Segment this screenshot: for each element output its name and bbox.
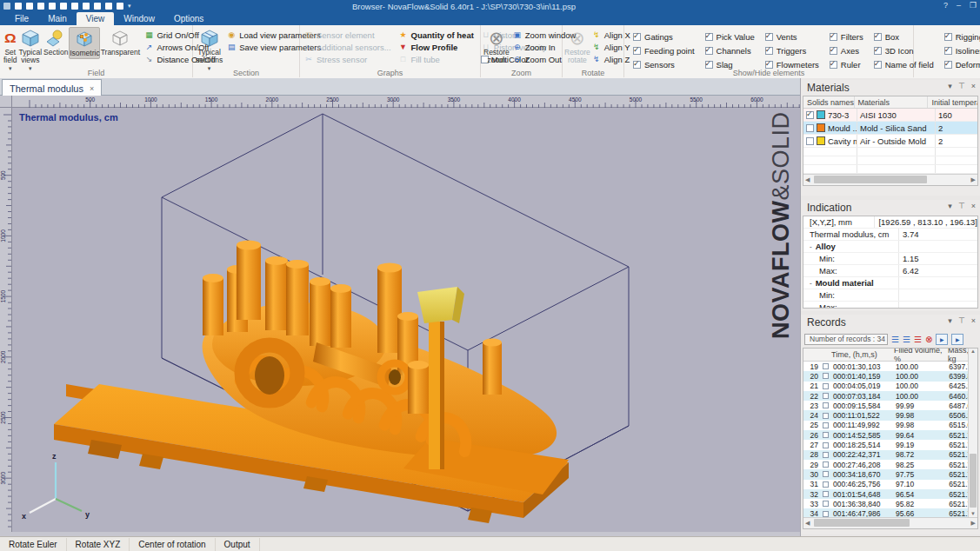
close-icon[interactable]: ×: [971, 202, 976, 210]
status-center-of-rotation[interactable]: Center of rotation: [130, 538, 215, 551]
scroll-left-icon[interactable]: ◀: [805, 520, 810, 527]
record-checkbox[interactable]: [823, 432, 829, 438]
status-output[interactable]: Output: [216, 538, 260, 551]
record-row[interactable]: 26000:14:52,58599.646521.79: [803, 430, 977, 440]
show-hide-checkbox[interactable]: Triggers: [765, 44, 819, 57]
menu-tab-file[interactable]: File: [5, 12, 38, 25]
scroll-right-icon[interactable]: ▶: [971, 176, 976, 183]
record-checkbox[interactable]: [823, 471, 829, 477]
play-to-end-icon[interactable]: ▶: [951, 334, 963, 345]
record-checkbox[interactable]: [823, 452, 829, 458]
show-hide-checkbox[interactable]: Isolines: [944, 44, 980, 57]
record-checkbox[interactable]: [823, 442, 829, 448]
record-checkbox[interactable]: [823, 413, 829, 419]
status-rotate-xyz[interactable]: Rotate XYZ: [67, 538, 130, 551]
close-icon[interactable]: ×: [971, 82, 976, 90]
3d-canvas[interactable]: NOVAFLOW&SOLID z x y Thermal modulus, cm: [12, 108, 800, 532]
column-header[interactable]: Time, (h,m,s): [831, 350, 894, 359]
play-icon[interactable]: ▶: [936, 334, 948, 345]
record-checkbox[interactable]: [823, 422, 829, 428]
restore-button[interactable]: ❐: [970, 1, 977, 10]
record-row[interactable]: 23000:09:15,58499.996487.09: [803, 401, 977, 410]
scroll-left-icon[interactable]: ◀: [805, 176, 810, 183]
record-row[interactable]: 22000:07:03,184100.006460.33: [803, 391, 977, 401]
show-hide-checkbox[interactable]: Channels: [705, 44, 755, 57]
dropdown-icon[interactable]: ▾: [948, 82, 952, 90]
material-row[interactable]: 730-3AISI 1030160: [803, 109, 977, 122]
column-header[interactable]: Materials: [855, 96, 929, 108]
material-visibility-checkbox[interactable]: [806, 137, 814, 145]
record-row[interactable]: 29000:27:46,20898.256521.79: [803, 460, 977, 469]
material-visibility-checkbox[interactable]: [806, 111, 814, 119]
record-row[interactable]: 28000:22:42,37198.726521.79: [803, 450, 977, 460]
material-row[interactable]: Cavity m...Air - Outside Mold2: [803, 135, 977, 148]
menu-tab-options[interactable]: Options: [164, 12, 213, 25]
show-hide-checkbox[interactable]: Rigging: [944, 30, 980, 43]
quantity-of-heat-button[interactable]: ★Quantity of heat: [398, 30, 474, 40]
transparent-button[interactable]: Transparent: [100, 27, 140, 57]
dropdown-icon[interactable]: ▾: [948, 202, 952, 210]
record-checkbox[interactable]: [823, 501, 829, 507]
materials-h-scrollbar[interactable]: ◀▶: [803, 174, 977, 185]
tab-thermal-modulus[interactable]: Thermal modulus ×: [2, 79, 102, 96]
record-row[interactable]: 24000:11:01,52299.986506.24: [803, 410, 977, 420]
record-checkbox[interactable]: [823, 511, 829, 517]
show-hide-checkbox[interactable]: Feeding point: [633, 44, 695, 57]
record-row[interactable]: 27000:18:25,51499.196521.79: [803, 440, 977, 449]
list-add-icon[interactable]: ☰: [903, 335, 910, 344]
record-row[interactable]: 19000:01:30,103100.006397.71: [803, 362, 977, 371]
flow-profile-button[interactable]: ▼Flow Profile: [398, 43, 474, 52]
show-hide-checkbox[interactable]: 3D Icon: [874, 44, 934, 57]
minimize-button[interactable]: –: [957, 1, 961, 10]
column-header[interactable]: Solids names: [803, 96, 855, 108]
sensor-element-button[interactable]: ▥Sensor element: [303, 30, 391, 40]
stress-sensor-button[interactable]: ✂Stress sensor: [303, 55, 391, 64]
column-header[interactable]: Filled volume, %: [894, 348, 948, 363]
record-row[interactable]: 25000:11:49,99299.986515.08: [803, 421, 977, 430]
show-hide-checkbox[interactable]: Axes: [830, 44, 863, 57]
record-row[interactable]: 31000:46:25,75697.106521.79: [803, 480, 977, 489]
record-checkbox[interactable]: [823, 393, 829, 399]
record-checkbox[interactable]: [823, 491, 829, 497]
scroll-right-icon[interactable]: ▶: [971, 520, 976, 527]
record-row[interactable]: 30000:34:18,67097.756521.79: [803, 469, 977, 479]
status-rotate-euler[interactable]: Rotate Euler: [0, 538, 67, 551]
pin-icon[interactable]: ⊤: [958, 202, 965, 210]
typical-views-button[interactable]: Typical views▾: [18, 27, 43, 73]
show-hide-checkbox[interactable]: Vents: [765, 30, 819, 43]
help-button[interactable]: ?: [943, 1, 948, 10]
show-hide-checkbox[interactable]: Gatings: [633, 30, 695, 43]
material-visibility-checkbox[interactable]: [806, 124, 814, 132]
show-hide-checkbox[interactable]: Filters: [830, 30, 863, 43]
restore-rotate-button[interactable]: ⊗ Restore rotate: [563, 27, 591, 65]
pin-icon[interactable]: ⊤: [958, 316, 965, 325]
material-row[interactable]: Mould ...Mold - Silica Sand2: [803, 122, 977, 135]
close-tab-icon[interactable]: ×: [90, 84, 94, 93]
scroll-up-icon[interactable]: ▲: [970, 349, 976, 354]
record-row[interactable]: 20000:01:40,159100.006399.80: [803, 371, 977, 381]
collapse-icon[interactable]: -: [810, 279, 812, 287]
record-checkbox[interactable]: [823, 402, 829, 408]
show-hide-checkbox[interactable]: Deformed 2D-contour: [944, 58, 980, 71]
record-row[interactable]: 32001:01:54,64896.546521.79: [803, 489, 977, 499]
menu-tab-main[interactable]: Main: [38, 12, 77, 25]
record-row[interactable]: 33001:36:38,84095.826521.79: [803, 499, 977, 508]
scroll-down-icon[interactable]: ▼: [970, 511, 976, 516]
dropdown-icon[interactable]: ▾: [948, 316, 952, 325]
restore-zoom-button[interactable]: ⊗ Restore zoom: [483, 27, 510, 65]
record-checkbox[interactable]: [823, 461, 829, 468]
typical-sections-button[interactable]: Typical sections▾: [195, 27, 223, 73]
isometric-button[interactable]: Isometric: [69, 27, 100, 59]
list-remove-icon[interactable]: ☰: [914, 335, 922, 344]
section-button[interactable]: Section: [43, 27, 69, 57]
record-checkbox[interactable]: [823, 383, 829, 389]
list-view-icon[interactable]: ☰: [891, 335, 899, 344]
close-icon[interactable]: ×: [971, 316, 976, 325]
stop-icon[interactable]: ⊗: [925, 335, 932, 344]
additional-sensors-button[interactable]: ✂Additional sensors...: [303, 43, 391, 52]
column-header[interactable]: Initial temperature: [928, 96, 977, 108]
record-checkbox[interactable]: [823, 373, 829, 379]
menu-tab-view[interactable]: View: [77, 12, 115, 25]
menu-tab-window[interactable]: Window: [114, 12, 164, 25]
collapse-icon[interactable]: -: [810, 242, 812, 250]
